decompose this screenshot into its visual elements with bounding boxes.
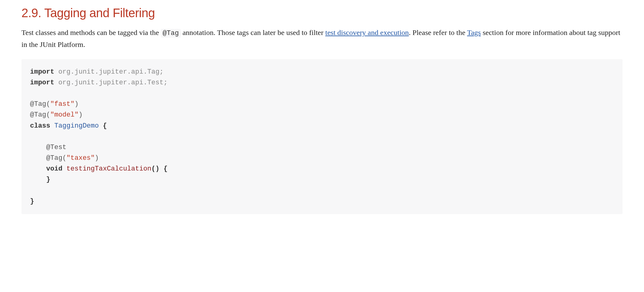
package-path: org.junit.jupiter.api.Test;: [54, 79, 168, 86]
brace: {: [103, 122, 107, 130]
brace: {: [159, 165, 167, 173]
text-fragment: Test classes and methods can be tagged v…: [21, 29, 161, 36]
parentheses: (): [151, 165, 159, 173]
package-path: org.junit.jupiter.api.Tag;: [54, 68, 163, 76]
keyword-class: class: [30, 122, 50, 130]
annotation: @Test: [46, 144, 66, 151]
method-name: testingTaxCalculation: [63, 165, 151, 173]
keyword-import: import: [30, 79, 54, 86]
string-literal: "fast": [50, 100, 74, 108]
link-tags[interactable]: Tags: [467, 29, 481, 36]
intro-paragraph: Test classes and methods can be tagged v…: [21, 27, 623, 51]
annotation: ): [78, 111, 82, 119]
text-fragment: annotation. Those tags can later be used…: [181, 29, 325, 36]
keyword-import: import: [30, 68, 54, 76]
annotation: @Tag(: [30, 111, 50, 119]
link-test-discovery[interactable]: test discovery and execution: [325, 29, 409, 36]
keyword-void: void: [46, 165, 63, 173]
annotation: ): [95, 154, 99, 162]
section-heading: 2.9. Tagging and Filtering: [21, 6, 623, 20]
annotation: @Tag(: [46, 154, 66, 162]
inline-code-tag: @Tag: [161, 29, 181, 38]
brace: }: [46, 176, 50, 183]
string-literal: "model": [50, 111, 78, 119]
annotation: ): [74, 100, 78, 108]
brace: }: [30, 198, 34, 205]
annotation: @Tag(: [30, 100, 50, 108]
string-literal: "taxes": [66, 154, 95, 162]
text-fragment: . Please refer to the: [409, 29, 467, 36]
class-name: TaggingDemo: [50, 122, 103, 130]
code-example: import org.junit.jupiter.api.Tag; import…: [21, 59, 623, 214]
